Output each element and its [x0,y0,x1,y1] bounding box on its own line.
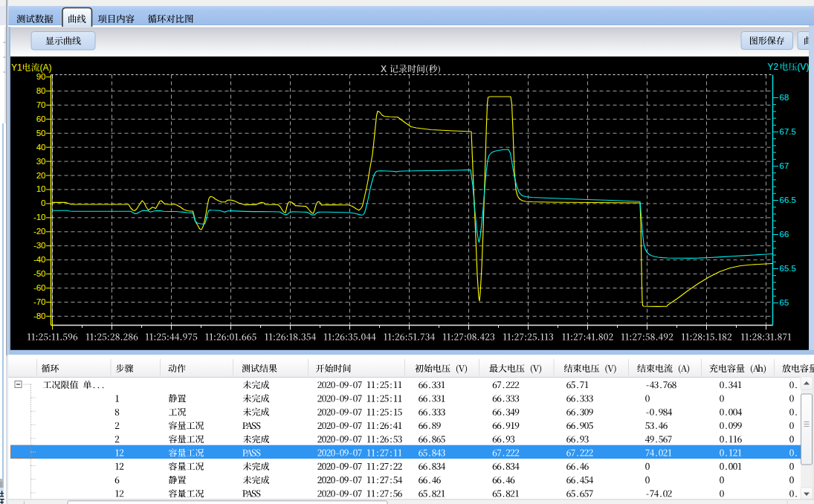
svg-text:10: 10 [36,184,46,193]
svg-text:80: 80 [36,86,46,95]
svg-text:20: 20 [36,171,46,180]
svg-text:70: 70 [36,100,46,109]
svg-text:65.5: 65.5 [780,264,796,273]
svg-text:(V): (V) [798,62,810,72]
svg-text:X: X [381,64,387,74]
svg-text:30: 30 [36,157,46,166]
svg-text:65: 65 [780,298,789,307]
svg-text:-20: -20 [33,227,46,236]
svg-text:0: 0 [41,198,45,207]
svg-text:67: 67 [780,161,789,170]
svg-text:68: 68 [780,93,789,102]
svg-text:(A): (A) [40,62,52,73]
svg-text:60: 60 [36,114,46,123]
svg-text:40: 40 [36,143,46,152]
svg-text:66: 66 [780,230,789,239]
svg-text:67.5: 67.5 [780,127,796,136]
svg-text:66.5: 66.5 [780,196,796,204]
svg-text:Y2: Y2 [768,62,779,72]
svg-text:-10: -10 [33,213,46,222]
svg-text:-80: -80 [33,311,46,320]
svg-text:-50: -50 [33,269,46,278]
svg-text:90: 90 [36,72,46,81]
svg-text:50: 50 [36,129,46,138]
svg-text:-40: -40 [33,255,46,264]
svg-text:-60: -60 [33,283,46,292]
svg-text:-70: -70 [33,297,46,306]
svg-text:-30: -30 [33,241,46,250]
svg-text:Y1: Y1 [11,62,22,73]
